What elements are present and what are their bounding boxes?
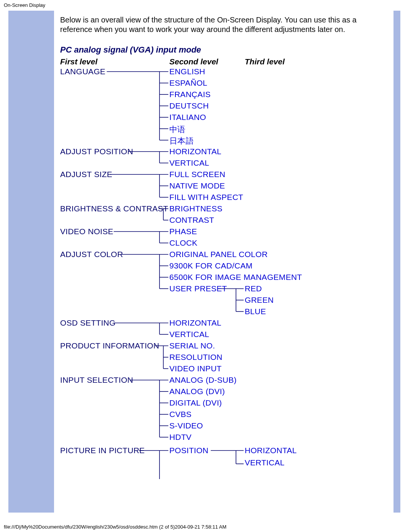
l2-fullscreen: FULL SCREEN [169,170,225,179]
l1-adjust-position: ADJUST POSITION [60,147,133,156]
l2-native: NATIVE MODE [169,181,225,190]
footer-path: file:///D|/My%20Documents/dfu/230W/engli… [4,524,226,530]
l2-contrast: CONTRAST [169,216,214,225]
l2-serial: SERIAL NO. [169,341,215,350]
l2-svideo: S-VIDEO [169,421,203,430]
l2-osd-vert: VERTICAL [169,330,209,339]
l2-cvbs: CVBS [169,410,191,419]
right-margin [393,11,400,513]
l2-advi: ANALOG (DVI) [169,387,225,396]
intro-text: Below is an overall view of the structur… [60,15,387,34]
l2-brightness: BRIGHTNESS [169,204,223,213]
l1-input-selection: INPUT SELECTION [60,375,133,385]
l1-adjust-size: ADJUST SIZE [60,170,112,179]
document-frame: Below is an overall view of the structur… [8,11,400,513]
l2-deutsch: DEUTSCH [169,101,209,110]
col-first: First level [60,57,97,66]
l2-hdtv: HDTV [169,433,191,442]
l2-espanol: ESPAÑOL [169,78,207,88]
l2-userpreset: USER PRESET [169,284,227,293]
l2-osd-horiz: HORIZONTAL [169,318,221,328]
page: On-Screen Display Below is an overall vi… [0,0,411,532]
l1-pip: PICTURE IN PICTURE [60,446,145,455]
l2-clock: CLOCK [169,238,198,248]
mode-title: PC analog signal (VGA) input mode [60,45,201,55]
l1-bright-contrast: BRIGHTNESS & CONTRAST [60,204,168,213]
l3-green: GREEN [245,296,274,305]
l2-horiz: HORIZONTAL [169,147,221,156]
l1-language: LANGUAGE [60,67,105,76]
l2-position: POSITION [169,446,209,455]
l3-red: RED [245,284,262,293]
l2-francais: FRANÇAIS [169,90,211,99]
l3-blue: BLUE [245,307,266,316]
col-second: Second level [169,57,218,66]
l2-english: ENGLISH [169,67,205,76]
l3-pip-horiz: HORIZONTAL [245,446,297,455]
content-area: Below is an overall view of the structur… [54,11,393,513]
l2-ddvi: DIGITAL (DVI) [169,398,222,407]
l2-japanese: 日本語 [169,136,194,146]
l2-italiano: ITALIANO [169,113,206,122]
l1-product-info: PRODUCT INFORMATION [60,341,159,350]
l1-video-noise: VIDEO NOISE [60,227,113,236]
l2-fillaspect: FILL WITH ASPECT [169,193,243,202]
l2-vert: VERTICAL [169,158,209,168]
l2-chinese: 中语 [169,124,186,135]
l2-9300k: 9300K FOR CAD/CAM [169,261,253,270]
l2-phase: PHASE [169,227,197,236]
l2-6500k: 6500K FOR IMAGE MANAGEMENT [169,273,302,282]
osd-tree-diagram: PC analog signal (VGA) input mode First … [60,41,387,479]
tree-lines [60,41,387,479]
l2-resolution: RESOLUTION [169,353,223,362]
col-third: Third level [245,57,285,66]
l2-dsub: ANALOG (D-SUB) [169,375,237,385]
l3-pip-vert: VERTICAL [245,458,285,467]
l1-osd-setting: OSD SETTING [60,318,116,328]
page-header: On-Screen Display [0,0,411,8]
l2-origpanel: ORIGINAL PANEL COLOR [169,250,268,259]
l1-adjust-color: ADJUST COLOR [60,250,123,259]
left-margin [8,11,54,513]
l2-videoinput: VIDEO INPUT [169,364,221,373]
